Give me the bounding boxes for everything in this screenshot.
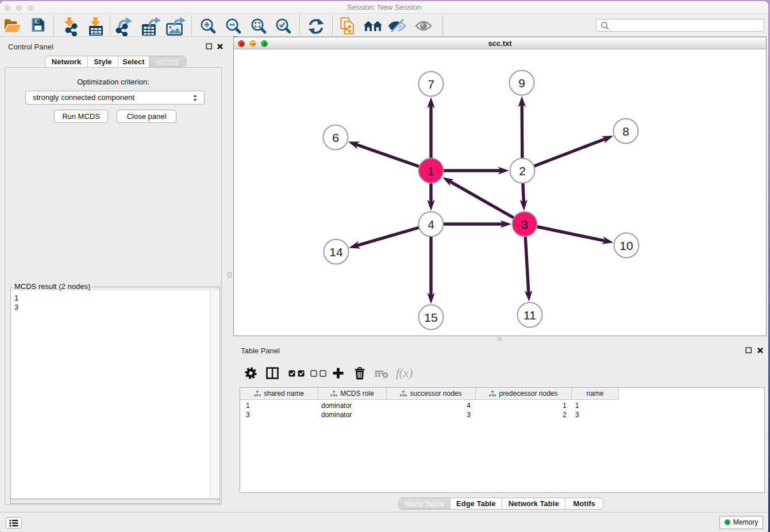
- svg-text:7: 7: [428, 78, 434, 91]
- svg-text:15: 15: [424, 311, 437, 324]
- svg-text:11: 11: [523, 309, 536, 322]
- svg-text:8: 8: [622, 125, 629, 138]
- svg-text:3: 3: [521, 218, 528, 231]
- svg-text:2: 2: [519, 164, 526, 178]
- svg-text:14: 14: [329, 245, 343, 259]
- svg-text:4: 4: [428, 218, 434, 231]
- svg-text:6: 6: [332, 131, 339, 144]
- svg-text:1: 1: [428, 164, 434, 178]
- svg-text:9: 9: [518, 76, 525, 90]
- svg-text:10: 10: [619, 239, 633, 252]
